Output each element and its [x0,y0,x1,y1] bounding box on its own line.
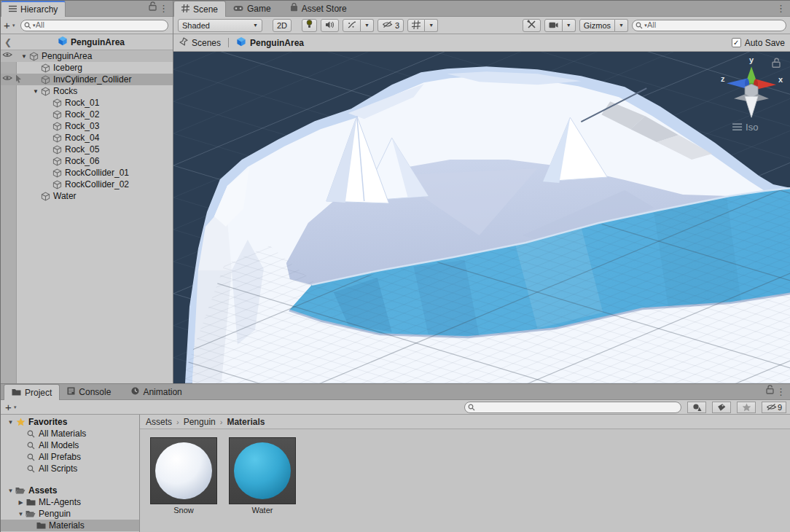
project-content-grid[interactable]: SnowWater [140,429,790,532]
scene-audio-toggle[interactable] [321,19,339,32]
grid-settings-dropdown[interactable]: ▼ [425,19,438,32]
material-sphere-preview [155,442,212,499]
project-tree-row[interactable]: Materials [1,520,139,531]
hierarchy-row[interactable]: Rock_04 [1,132,173,144]
breadcrumb-current-scene[interactable]: PenguinArea [236,36,304,49]
scene-visibility-toggle[interactable]: 3 [378,19,404,32]
scene-collection-header[interactable]: ❮ PenguinArea [1,34,173,50]
search-icon: ▼ [24,22,36,29]
hierarchy-row[interactable]: InvCylinder_Collider [1,74,173,85]
hierarchy-row[interactable]: Rock_06 [1,155,173,167]
tab-scene[interactable]: Scene [173,1,226,17]
hierarchy-row[interactable]: Rock_03 [1,120,173,132]
camera-dropdown[interactable]: ▼ [563,19,576,32]
toggle-2d-button[interactable]: 2D [273,19,292,32]
scene-effects-toggle[interactable] [343,19,361,32]
foldout-arrow-icon[interactable]: ▼ [17,511,25,517]
material-sphere-preview [234,442,291,499]
project-search-input[interactable] [464,402,681,413]
asset-icon [25,429,36,439]
search-by-type-button[interactable] [687,402,706,413]
gameobject-label: Rocks [51,86,77,96]
tab-asset-store[interactable]: Asset Store [283,1,354,16]
row-visibility-icons[interactable] [2,74,23,83]
gameobject-icon [28,51,39,61]
collapse-scene-icon[interactable]: ❮ [1,37,15,47]
hierarchy-row[interactable]: Iceberg [1,62,173,74]
tab-hierarchy[interactable]: Hierarchy [1,1,66,17]
scene-viewport[interactable]: y z x Iso [173,52,790,383]
search-icon [468,404,475,411]
effects-dropdown[interactable]: ▼ [361,19,374,32]
chevron-down-icon: ▼ [13,405,17,410]
breadcrumb-assets[interactable]: Assets [146,417,172,427]
hierarchy-row[interactable]: ▼ PenguinArea [1,50,173,62]
hierarchy-row[interactable]: Water [1,190,173,202]
hierarchy-menu-icon[interactable]: ⋮ [157,4,171,13]
gameobject-icon [40,86,51,96]
auto-save-checkbox[interactable]: ✓ [732,38,741,47]
material-name-label: Water [229,506,296,515]
foldout-arrow-icon[interactable]: ▼ [20,53,28,60]
breadcrumb-penguin[interactable]: Penguin [184,417,216,427]
draw-mode-dropdown[interactable]: Shaded ▼ [178,19,262,32]
hierarchy-row[interactable]: Rock_01 [1,97,173,109]
scene-search-input[interactable] [632,20,786,31]
hierarchy-row[interactable]: Rock_02 [1,109,173,120]
gameobject-label: Iceberg [51,63,82,73]
material-thumbnail-snow[interactable] [150,437,217,504]
project-tree-row[interactable]: ▼ Favorites [1,416,139,428]
search-by-label-button[interactable] [712,402,731,413]
foldout-arrow-icon[interactable]: ▶ [17,499,25,506]
tab-console[interactable]: Console [60,384,118,399]
clock-icon [131,387,139,397]
gizmos-dropdown[interactable]: Gizmos [579,19,615,32]
hierarchy-search-input[interactable] [20,20,168,31]
breadcrumb-materials[interactable]: Materials [227,417,265,427]
foldout-arrow-icon[interactable]: ▼ [7,419,15,426]
gameobject-label: PenguinArea [39,51,92,61]
scene-menu-icon[interactable]: ⋮ [774,4,788,13]
lock-icon[interactable] [149,1,157,13]
create-asset-button[interactable]: + ▼ [5,402,17,412]
project-menu-icon[interactable]: ⋮ [774,387,788,396]
breadcrumb-scenes[interactable]: Scenes [179,37,221,48]
gameobject-icon [40,63,51,73]
foldout-arrow-icon[interactable]: ▼ [31,88,40,95]
hierarchy-row[interactable]: Rock_05 [1,144,173,155]
project-visibility-toggle[interactable]: 9 [762,402,786,413]
hierarchy-row[interactable]: RockCollider_01 [1,167,173,179]
hierarchy-row[interactable]: ▼ Rocks [1,85,173,97]
project-tree-row[interactable]: All Models [1,439,139,451]
asset-label: Favorites [26,417,67,427]
project-tree-row[interactable]: All Scripts [1,463,139,474]
project-tree-row[interactable]: ▼ Penguin [1,508,139,520]
tree-spacer [1,474,139,485]
create-object-button[interactable]: + ▼ [4,20,16,31]
tab-project[interactable]: Project [4,384,60,400]
scene-lighting-toggle[interactable] [302,19,317,32]
gizmos-label: Gizmos [584,21,611,30]
asset-icon [25,463,36,474]
hierarchy-tabbar: Hierarchy ⋮ [1,1,173,17]
tab-animation[interactable]: Animation [124,384,189,399]
scene-tools-button[interactable] [523,19,541,32]
row-visibility-icons[interactable] [2,51,12,58]
lock-icon[interactable] [766,385,774,396]
project-tree-row[interactable]: ▼ Assets [1,485,139,496]
project-tree-row[interactable]: All Prefabs [1,451,139,463]
favorites-star-button[interactable] [737,402,756,413]
project-tree-row[interactable]: All Materials [1,428,139,439]
auto-save-control[interactable]: ✓ Auto Save [732,38,785,48]
breadcrumb-chevron-icon: › [219,418,224,426]
tab-game[interactable]: Game [226,1,278,16]
axis-y-label: y [749,55,754,64]
asset-icon [25,452,36,462]
hierarchy-row[interactable]: RockCollider_02 [1,179,173,190]
gizmos-caret[interactable]: ▼ [615,19,628,32]
grid-visibility-toggle[interactable] [407,19,425,32]
material-thumbnail-water[interactable] [229,437,296,504]
project-tree-row[interactable]: ▶ ML-Agents [1,496,139,508]
foldout-arrow-icon[interactable]: ▼ [7,488,15,494]
scene-camera-settings[interactable] [544,19,563,32]
